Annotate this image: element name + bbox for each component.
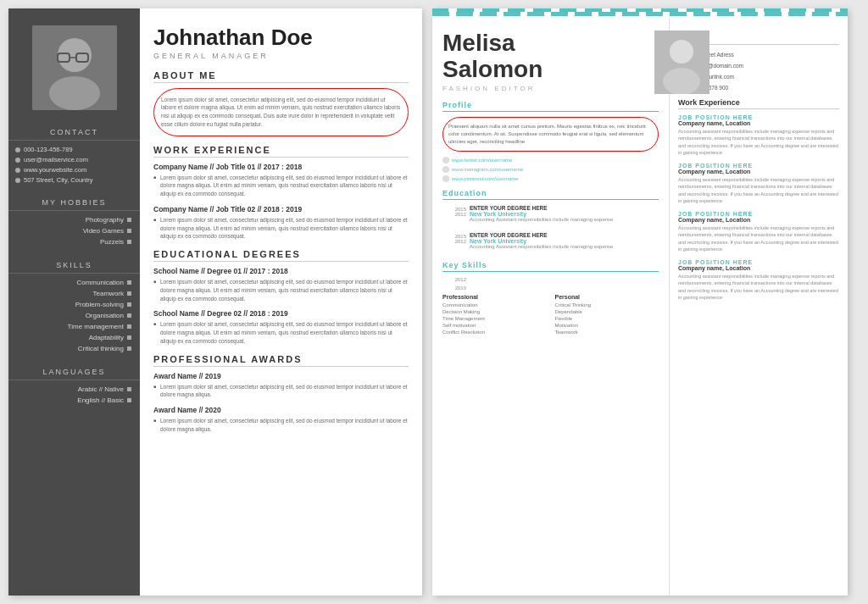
skills-columns: Professional Communication Decision Maki… xyxy=(442,294,659,336)
language-icon xyxy=(127,398,131,402)
r-job-company-4: Company name, Location xyxy=(678,265,839,271)
job-desc-1: Lorem ipsum dolor sit amet, consectetur … xyxy=(153,174,409,198)
r-job-1: JOB POSITION HERE Company name, Location… xyxy=(678,114,839,156)
resume-name: Johnathan Doe xyxy=(153,25,409,50)
r-job-desc-1: Accounting assistant responsibilities in… xyxy=(678,128,839,156)
job-desc-2: Lorem ipsum dolor sit amet, consectetur … xyxy=(153,216,409,241)
skill-criticalthinking: Critical thinking xyxy=(8,345,140,352)
edu-desc-1: Accounting Assistant responsibilities in… xyxy=(470,217,613,222)
hobby-puzzles: Puzzels xyxy=(8,238,140,246)
address-icon xyxy=(15,178,20,183)
awards-heading: PROFESSIONAL AWARDS xyxy=(153,354,409,367)
edu-heading: EDUCATIONAL DEGREES xyxy=(153,249,409,262)
skill-icon xyxy=(127,346,131,351)
resume-title: GENERAL MANAGER xyxy=(153,52,409,60)
language-arabic: Arabic // Native xyxy=(8,385,140,393)
svg-point-8 xyxy=(663,68,700,94)
job-entry-2: Company Name // Job Title 02 // 2018 : 2… xyxy=(153,205,409,241)
degree-title-2: School Name // Degree 02 // 2018 : 2019 xyxy=(153,309,409,318)
r-job-desc-2: Accounting assistant responsibilities in… xyxy=(678,176,839,204)
hobby-videogames: Video Games xyxy=(8,227,140,235)
contact-section-title: CONTACT xyxy=(8,123,140,141)
job-entry-1: Company Name // Job Title 01 // 2017 : 2… xyxy=(153,163,409,198)
job-title-2: Company Name // Job Title 02 // 2018 : 2… xyxy=(153,205,409,213)
twitter-icon xyxy=(442,157,449,163)
svg-point-2 xyxy=(49,76,100,110)
skill-adaptability: Adaptability xyxy=(8,334,140,341)
hobby-icon xyxy=(127,240,131,244)
skill-organisation: Organisation xyxy=(8,312,140,319)
skills-section: 2012 2010 Professional Communication Dec… xyxy=(442,277,659,336)
r-job-company-2: Company name, Location xyxy=(678,169,839,175)
r-title: FASHION EDITOR xyxy=(442,85,659,92)
r-job-title-3: JOB POSITION HERE xyxy=(678,211,839,217)
degree-label-2: ENTER YOUR DEGREE HERE xyxy=(470,232,613,238)
r-job-2: JOB POSITION HERE Company name, Location… xyxy=(678,163,839,204)
award-title-2: Award Name // 2020 xyxy=(153,406,409,414)
school-2: New York University xyxy=(470,238,613,244)
resume-left: CONTACT 000-123-456-789 user@mailservice… xyxy=(8,8,422,596)
edu-section-title: Education xyxy=(442,189,659,200)
contact-email: user@mailservice.com xyxy=(8,156,140,163)
edu-desc-2: Accounting Assistant responsibilities in… xyxy=(470,244,613,249)
contact-website: www.yourwebsite.com xyxy=(8,166,140,174)
hobby-photography: Photography xyxy=(8,216,140,224)
award-desc-2: Lorem ipsum dolor sit amet, consectetur … xyxy=(153,417,409,434)
degree-desc-1: Lorem ipsum dolor sit amet, consectetur … xyxy=(153,278,409,302)
r-job-title-4: JOB POSITION HERE xyxy=(678,259,839,265)
personal-skills: Personal Critical Thinking Dependable Fl… xyxy=(555,294,659,336)
degree-desc-2: Lorem ipsum dolor sit amet, consectetur … xyxy=(153,320,409,345)
skill-icon xyxy=(127,302,131,307)
skill-teamwork: Teamwork xyxy=(8,290,140,297)
profile-section-title: Profile xyxy=(442,101,659,112)
edu-entry-1: 2015 2012 ENTER YOUR DEGREE HERE New Yor… xyxy=(442,205,659,227)
r-job-desc-3: Accounting assistant responsibilities in… xyxy=(678,224,839,252)
hobbies-section-title: MY HOBBIES xyxy=(8,193,140,211)
job-title-1: Company Name // Job Title 01 // 2017 : 2… xyxy=(153,163,409,171)
social-pinterest: www.pinterest.com/username xyxy=(442,175,659,182)
social-twitter: www.twitter.com/username xyxy=(442,157,659,163)
r-avatar xyxy=(654,30,709,94)
r-job-title-1: JOB POSITION HERE xyxy=(678,114,839,120)
r-job-desc-4: Accounting assistant responsibilities in… xyxy=(678,273,839,301)
social-instagram: www.instragram.com/username xyxy=(442,166,659,173)
left-main-content: Johnathan Doe GENERAL MANAGER ABOUT ME L… xyxy=(140,8,422,596)
skill-icon xyxy=(127,335,131,340)
professional-skills: Professional Communication Decision Maki… xyxy=(442,294,547,336)
main-container: CONTACT 000-123-456-789 user@mailservice… xyxy=(0,0,868,604)
edu-entry-2: 2015 2012 ENTER YOUR DEGREE HERE New Yor… xyxy=(442,232,659,254)
skill-icon xyxy=(127,280,131,285)
award-entry-2: Award Name // 2020 Lorem ipsum dolor sit… xyxy=(153,406,409,434)
skills-section-title: SKILLS xyxy=(8,256,140,274)
keyskills-title: Key Skills xyxy=(442,261,659,272)
professional-skills-title: Professional xyxy=(442,294,547,300)
degree-title-1: School Name // Degree 01 // 2017 : 2018 xyxy=(153,267,409,275)
r-job-3: JOB POSITION HERE Company name, Location… xyxy=(678,211,839,252)
skill-timemanagement: Time management xyxy=(8,323,140,330)
r-name-last: Salomon xyxy=(442,57,659,83)
skill-problemsolving: Problem-solving xyxy=(8,301,140,308)
about-heading: ABOUT ME xyxy=(153,70,409,83)
skill-icon xyxy=(127,313,131,318)
award-desc-1: Lorem ipsum dolor sit amet, consectetur … xyxy=(153,383,409,400)
language-icon xyxy=(127,387,131,391)
name-area: Melisa Salomon FASHION EDITOR xyxy=(442,30,659,92)
resume-right: Melisa Salomon FASHION EDITOR Profile Pr… xyxy=(432,8,848,596)
right-sidebar: Contact 123 Street Adress contact@domain… xyxy=(670,19,848,596)
skill-communication: Communication xyxy=(8,279,140,286)
about-text: Lorem ipsum dolor sit amet, consectetur … xyxy=(153,88,409,136)
language-english: English // Basic xyxy=(8,396,140,404)
skill-icon xyxy=(127,324,131,329)
pinterest-icon xyxy=(442,175,449,182)
work-heading: WORK EXPERIENCE xyxy=(153,145,409,158)
degree-entry-1: School Name // Degree 01 // 2017 : 2018 … xyxy=(153,267,409,302)
svg-point-1 xyxy=(58,38,92,72)
website-icon xyxy=(15,168,20,173)
email-icon xyxy=(15,158,20,163)
top-border xyxy=(432,12,848,16)
contact-phone: 000-123-456-789 xyxy=(8,146,140,153)
r-work-title: Work Experience xyxy=(678,98,839,109)
school-1: New York University xyxy=(470,211,613,217)
left-sidebar: CONTACT 000-123-456-789 user@mailservice… xyxy=(8,8,140,596)
phone-icon xyxy=(15,147,20,152)
